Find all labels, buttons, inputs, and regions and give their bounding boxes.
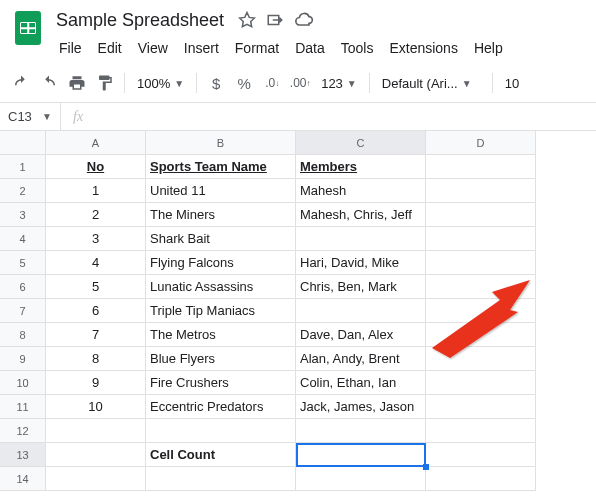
cell-d3[interactable] bbox=[426, 203, 536, 227]
cell-c2[interactable]: Mahesh bbox=[296, 179, 426, 203]
print-button[interactable] bbox=[64, 70, 90, 96]
cell-c1[interactable]: Members bbox=[296, 155, 426, 179]
cell-c8[interactable]: Dave, Dan, Alex bbox=[296, 323, 426, 347]
formula-input[interactable] bbox=[95, 103, 596, 130]
menu-insert[interactable]: Insert bbox=[177, 36, 226, 60]
cell-b11[interactable]: Eccentric Predators bbox=[146, 395, 296, 419]
cell-c13[interactable] bbox=[296, 443, 426, 467]
cell-d1[interactable] bbox=[426, 155, 536, 179]
row-header-12[interactable]: 12 bbox=[0, 419, 46, 443]
row-header-2[interactable]: 2 bbox=[0, 179, 46, 203]
move-icon[interactable] bbox=[266, 11, 284, 29]
cell-b12[interactable] bbox=[146, 419, 296, 443]
col-header-c[interactable]: C bbox=[296, 131, 426, 155]
cell-a12[interactable] bbox=[46, 419, 146, 443]
cell-d6[interactable] bbox=[426, 275, 536, 299]
fill-handle[interactable] bbox=[423, 464, 429, 470]
cell-b10[interactable]: Fire Crushers bbox=[146, 371, 296, 395]
cell-c6[interactable]: Chris, Ben, Mark bbox=[296, 275, 426, 299]
cell-c5[interactable]: Hari, David, Mike bbox=[296, 251, 426, 275]
row-header-11[interactable]: 11 bbox=[0, 395, 46, 419]
cell-b1[interactable]: Sports Team Name bbox=[146, 155, 296, 179]
cell-a7[interactable]: 6 bbox=[46, 299, 146, 323]
cell-c10[interactable]: Colin, Ethan, Ian bbox=[296, 371, 426, 395]
cell-b14[interactable] bbox=[146, 467, 296, 491]
cell-d13[interactable] bbox=[426, 443, 536, 467]
cell-d4[interactable] bbox=[426, 227, 536, 251]
cloud-status-icon[interactable] bbox=[294, 10, 314, 30]
cell-b8[interactable]: The Metros bbox=[146, 323, 296, 347]
cell-b9[interactable]: Blue Flyers bbox=[146, 347, 296, 371]
cell-a6[interactable]: 5 bbox=[46, 275, 146, 299]
row-header-9[interactable]: 9 bbox=[0, 347, 46, 371]
cell-c4[interactable] bbox=[296, 227, 426, 251]
cell-a5[interactable]: 4 bbox=[46, 251, 146, 275]
cell-a13[interactable] bbox=[46, 443, 146, 467]
row-header-3[interactable]: 3 bbox=[0, 203, 46, 227]
cell-b7[interactable]: Triple Tip Maniacs bbox=[146, 299, 296, 323]
sheets-logo[interactable] bbox=[8, 8, 48, 48]
cell-a2[interactable]: 1 bbox=[46, 179, 146, 203]
star-icon[interactable] bbox=[238, 11, 256, 29]
menu-tools[interactable]: Tools bbox=[334, 36, 381, 60]
cell-c3[interactable]: Mahesh, Chris, Jeff bbox=[296, 203, 426, 227]
cell-d8[interactable] bbox=[426, 323, 536, 347]
number-format-select[interactable]: 123▼ bbox=[315, 70, 363, 96]
cell-b5[interactable]: Flying Falcons bbox=[146, 251, 296, 275]
redo-button[interactable] bbox=[36, 70, 62, 96]
cell-b3[interactable]: The Miners bbox=[146, 203, 296, 227]
col-header-a[interactable]: A bbox=[46, 131, 146, 155]
row-header-4[interactable]: 4 bbox=[0, 227, 46, 251]
row-header-14[interactable]: 14 bbox=[0, 467, 46, 491]
cell-c12[interactable] bbox=[296, 419, 426, 443]
menu-format[interactable]: Format bbox=[228, 36, 286, 60]
cell-a8[interactable]: 7 bbox=[46, 323, 146, 347]
cell-d5[interactable] bbox=[426, 251, 536, 275]
currency-button[interactable]: $ bbox=[203, 70, 229, 96]
zoom-select[interactable]: 100%▼ bbox=[131, 70, 190, 96]
cell-b2[interactable]: United 11 bbox=[146, 179, 296, 203]
cell-b13[interactable]: Cell Count bbox=[146, 443, 296, 467]
row-header-1[interactable]: 1 bbox=[0, 155, 46, 179]
name-box[interactable]: C13▼ bbox=[0, 109, 60, 124]
cell-a11[interactable]: 10 bbox=[46, 395, 146, 419]
row-header-5[interactable]: 5 bbox=[0, 251, 46, 275]
cell-b4[interactable]: Shark Bait bbox=[146, 227, 296, 251]
menu-file[interactable]: File bbox=[52, 36, 89, 60]
col-header-b[interactable]: B bbox=[146, 131, 296, 155]
cell-a10[interactable]: 9 bbox=[46, 371, 146, 395]
cell-d14[interactable] bbox=[426, 467, 536, 491]
cell-a14[interactable] bbox=[46, 467, 146, 491]
cell-a9[interactable]: 8 bbox=[46, 347, 146, 371]
doc-title[interactable]: Sample Spreadsheet bbox=[52, 10, 228, 31]
cell-d2[interactable] bbox=[426, 179, 536, 203]
cell-b6[interactable]: Lunatic Assassins bbox=[146, 275, 296, 299]
cell-a1[interactable]: No bbox=[46, 155, 146, 179]
cell-a3[interactable]: 2 bbox=[46, 203, 146, 227]
row-header-10[interactable]: 10 bbox=[0, 371, 46, 395]
cell-c11[interactable]: Jack, James, Jason bbox=[296, 395, 426, 419]
font-select[interactable]: Default (Ari...▼ bbox=[376, 70, 486, 96]
decrease-decimal-button[interactable]: .0↓ bbox=[259, 70, 285, 96]
menu-edit[interactable]: Edit bbox=[91, 36, 129, 60]
paint-format-button[interactable] bbox=[92, 70, 118, 96]
row-header-8[interactable]: 8 bbox=[0, 323, 46, 347]
menu-data[interactable]: Data bbox=[288, 36, 332, 60]
percent-button[interactable]: % bbox=[231, 70, 257, 96]
select-all-corner[interactable] bbox=[0, 131, 46, 155]
undo-button[interactable] bbox=[8, 70, 34, 96]
menu-view[interactable]: View bbox=[131, 36, 175, 60]
font-size-input[interactable]: 10 bbox=[499, 70, 525, 96]
col-header-d[interactable]: D bbox=[426, 131, 536, 155]
menu-help[interactable]: Help bbox=[467, 36, 510, 60]
cell-d7[interactable] bbox=[426, 299, 536, 323]
cell-d9[interactable] bbox=[426, 347, 536, 371]
cell-d12[interactable] bbox=[426, 419, 536, 443]
menu-extensions[interactable]: Extensions bbox=[382, 36, 464, 60]
row-header-6[interactable]: 6 bbox=[0, 275, 46, 299]
cell-d10[interactable] bbox=[426, 371, 536, 395]
cell-a4[interactable]: 3 bbox=[46, 227, 146, 251]
cell-c7[interactable] bbox=[296, 299, 426, 323]
cell-d11[interactable] bbox=[426, 395, 536, 419]
row-header-7[interactable]: 7 bbox=[0, 299, 46, 323]
